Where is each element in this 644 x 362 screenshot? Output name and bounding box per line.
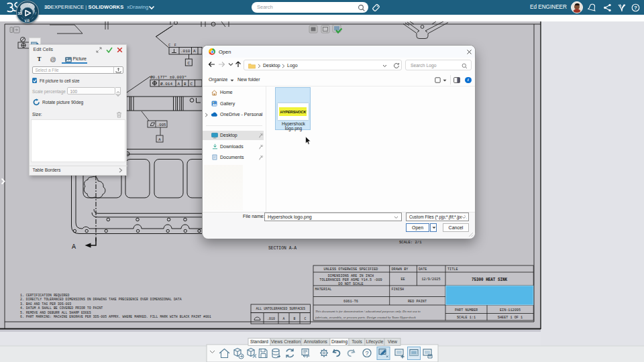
svg-text:B: B (184, 82, 186, 86)
svg-text:B: B (294, 317, 296, 320)
svg-text:4. DATUM A SHALL BE COVERED PR: 4. DATUM A SHALL BE COVERED PRIOR TO PAI… (20, 306, 103, 310)
svg-text:Standard: Standard (250, 339, 268, 344)
svg-text:C: C (305, 317, 307, 320)
svg-text:Ø.014: Ø.014 (160, 82, 172, 86)
svg-text:Ø0.177" ±0.003": Ø0.177" ±0.003" (150, 75, 186, 80)
svg-text:FINISH: FINISH (392, 288, 405, 292)
svg-text:?: ? (634, 5, 637, 11)
svg-text:ALL UNTOLERANCED SURFACES: ALL UNTOLERANCED SURFACES (256, 307, 305, 310)
svg-text:5. REMOVE AND DEBURR ALL SHARP: 5. REMOVE AND DEBURR ALL SHARP EDGES (20, 311, 91, 314)
svg-text:This document is for demonstra: This document is for demonstration / edu… (315, 310, 421, 313)
svg-text:C: C (191, 82, 193, 86)
svg-text:RED PAINT: RED PAINT (408, 300, 427, 304)
svg-text:Views Creation: Views Creation (271, 339, 301, 344)
svg-text:Drawing: Drawing (331, 339, 348, 345)
svg-text:75300 HEAT SINK: 75300 HEAT SINK (472, 276, 508, 282)
svg-text:DATE: DATE (419, 267, 427, 272)
svg-text:C F: C F (168, 44, 177, 48)
svg-text:6061-T6: 6061-T6 (343, 300, 358, 304)
svg-text:MATERIAL: MATERIAL (315, 288, 332, 292)
svg-text:SCALE 1:1: SCALE 1:1 (457, 316, 476, 320)
svg-text:PART NUMBER: PART NUMBER (455, 308, 478, 312)
svg-text:SECTION A-A: SECTION A-A (268, 246, 297, 251)
svg-text:A: A (72, 243, 76, 251)
svg-text:UNLESS OTHERWISE SPECIFIED: UNLESS OTHERWISE SPECIFIED (324, 267, 378, 272)
svg-text:.010: .010 (180, 49, 191, 54)
svg-text:A: A (283, 317, 285, 320)
svg-text:SHEET 1 OF 1: SHEET 1 OF 1 (498, 316, 523, 320)
svg-text:1. CERTIFICATION REQUIRED: 1. CERTIFICATION REQUIRED (20, 294, 69, 297)
svg-text:TITLE: TITLE (447, 267, 458, 272)
svg-text:6. PART MARKING: MACHINE ENGRA: 6. PART MARKING: MACHINE ENGRAVE PER 3DS… (20, 315, 211, 318)
svg-text:View: View (388, 339, 397, 344)
svg-text:.005: .005 (157, 123, 166, 127)
svg-text:SCALE: 2/1: SCALE: 2/1 (399, 240, 422, 245)
svg-text:DO NOT SCALE: DO NOT SCALE (338, 282, 363, 286)
svg-text:A: A (193, 49, 196, 54)
svg-text:3. BAG AND TAG PER 3DS-003: 3. BAG AND TAG PER 3DS-003 (20, 302, 71, 306)
svg-text:A: A (178, 82, 180, 86)
svg-text:DRAWN BY: DRAWN BY (392, 267, 409, 272)
svg-text:EE: EE (400, 278, 405, 282)
svg-text:12/9/2025: 12/9/2025 (421, 278, 440, 282)
svg-text:3D: 3D (18, 12, 23, 15)
svg-text:C: C (188, 61, 191, 66)
svg-text:y: y (34, 11, 37, 15)
svg-text:.010: .010 (267, 317, 275, 320)
svg-text:V.R: V.R (25, 19, 30, 23)
svg-text:?: ? (365, 350, 368, 357)
svg-text:EIN-112095: EIN-112095 (500, 308, 521, 312)
svg-text:2. DIRECTLY TOLERANCED DIMENSI: 2. DIRECTLY TOLERANCED DIMENSIONS ON DRA… (20, 298, 182, 301)
svg-text:Tools: Tools (352, 339, 362, 344)
svg-text:Annotations: Annotations (304, 339, 328, 344)
svg-text:Lifecycle: Lifecycle (366, 339, 384, 345)
